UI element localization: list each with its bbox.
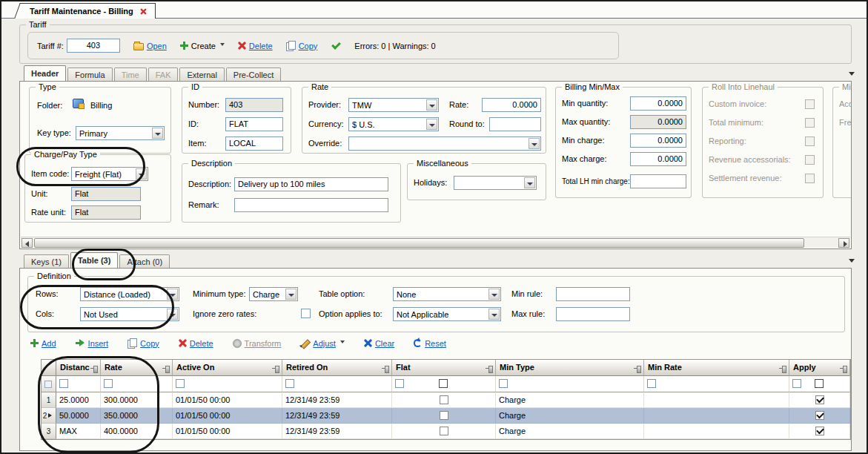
copy-row-button[interactable]: Copy (127, 338, 159, 348)
horizontal-scrollbar[interactable] (21, 237, 850, 248)
cell-rate[interactable]: 350.0000 (101, 408, 173, 424)
total-minimum-checkbox[interactable] (805, 118, 815, 128)
cell-active-on[interactable]: 01/01/50 00:00 (173, 408, 282, 424)
key-type-combo[interactable]: Primary (76, 126, 165, 140)
custom-invoice-checkbox[interactable] (805, 99, 815, 109)
cell-rate[interactable]: 300.0000 (101, 392, 173, 408)
cell-min-type[interactable]: Charge (496, 424, 644, 439)
pin-icon[interactable] (486, 366, 493, 372)
cell-distance[interactable]: 50.0000 (56, 408, 101, 424)
pin-icon[interactable] (90, 366, 98, 372)
tab-keys[interactable]: Keys (1) (24, 254, 69, 268)
filter-box[interactable] (59, 379, 68, 388)
adjust-button[interactable]: Adjust (300, 338, 345, 348)
column-header-retired-on[interactable]: Retired On (282, 360, 392, 376)
copy-button[interactable]: Copy (286, 41, 318, 50)
remark-field[interactable] (234, 198, 388, 212)
filter-cell-rate[interactable] (101, 376, 173, 392)
cell-min-rate[interactable] (644, 424, 789, 439)
cell-flat[interactable] (392, 424, 496, 439)
filter-checkbox[interactable] (439, 379, 448, 388)
flat-checkbox[interactable] (440, 427, 448, 435)
rate-field[interactable]: 0.0000 (482, 98, 541, 112)
grid-corner-cell[interactable] (42, 360, 56, 376)
table-row-3[interactable]: 3 MAX 400.0000 01/01/50 00:00 12/31/49 2… (42, 424, 850, 439)
cols-combo[interactable]: Not Used (80, 307, 179, 321)
filter-checkbox[interactable] (815, 379, 824, 388)
rows-combo[interactable]: Distance (Loaded) (80, 287, 179, 301)
holidays-combo[interactable] (454, 176, 537, 190)
chevron-down-icon[interactable] (167, 289, 178, 300)
clear-button[interactable]: Clear (364, 339, 394, 348)
close-icon[interactable] (140, 8, 146, 14)
option-applies-to-combo[interactable]: Not Applicable (393, 307, 501, 321)
create-button[interactable]: Create (180, 42, 225, 50)
tab-formula[interactable]: Formula (67, 68, 112, 81)
column-header-min-type[interactable]: Min Type (496, 360, 644, 376)
pin-icon[interactable] (272, 366, 279, 372)
filter-cell-flat[interactable] (392, 376, 496, 392)
chevron-down-icon[interactable] (426, 119, 437, 130)
cell-flat[interactable] (392, 408, 496, 424)
filter-box[interactable] (104, 379, 113, 388)
filter-box[interactable] (499, 379, 508, 388)
max-charge-field[interactable]: 0.0000 (630, 152, 686, 166)
max-rule-field[interactable] (556, 307, 630, 321)
item-code-combo[interactable]: Freight (Flat) (71, 167, 148, 181)
cell-min-rate[interactable] (644, 392, 789, 408)
scroll-right-button[interactable] (838, 238, 849, 248)
tab-pre-collect[interactable]: Pre-Collect (226, 68, 281, 81)
detail-tab-overflow-button[interactable] (847, 256, 857, 265)
table-option-combo[interactable]: None (393, 287, 501, 301)
tariff-number-input[interactable]: 403 (67, 39, 120, 53)
filter-cell-distance[interactable] (56, 376, 101, 392)
settlement-revenue-checkbox[interactable] (805, 174, 815, 183)
chevron-down-icon[interactable] (426, 99, 437, 111)
table-row-2[interactable]: 2 50.0000 350.0000 01/01/50 00:00 12/31/… (42, 408, 850, 424)
apply-checkbox[interactable] (815, 411, 824, 420)
cell-apply[interactable] (789, 408, 850, 424)
document-tab-tariff-maintenance[interactable]: Tariff Maintenance - Billing (21, 3, 156, 19)
cell-retired-on[interactable]: 12/31/49 23:59 (282, 424, 392, 439)
min-rule-field[interactable] (556, 287, 630, 301)
reset-button[interactable]: Reset (414, 339, 446, 348)
table-row-1[interactable]: 1 25.0000 300.0000 01/01/50 00:00 12/31/… (42, 392, 850, 408)
ignore-zero-rates-checkbox[interactable] (301, 309, 311, 318)
tab-external[interactable]: External (179, 68, 224, 81)
id-field[interactable]: FLAT (225, 117, 283, 131)
tab-table[interactable]: Table (3) (70, 252, 118, 268)
row-selector[interactable]: 2 (42, 408, 56, 424)
pin-icon[interactable] (162, 366, 170, 372)
cell-min-type[interactable]: Charge (496, 392, 644, 408)
minimum-type-combo[interactable]: Charge (249, 287, 298, 301)
filter-cell-retired-on[interactable] (282, 376, 392, 392)
chevron-down-icon[interactable] (167, 309, 178, 320)
reporting-checkbox[interactable] (805, 136, 815, 146)
column-header-min-rate[interactable]: Min Rate (644, 360, 789, 376)
override-combo[interactable] (348, 136, 541, 151)
filter-box[interactable] (647, 379, 656, 388)
column-header-distance[interactable]: Distanc (56, 360, 101, 376)
delete-button[interactable]: Delete (238, 42, 273, 50)
cell-min-type[interactable]: Charge (496, 408, 644, 424)
filter-box[interactable] (792, 379, 801, 388)
filter-cell-min-rate[interactable] (644, 376, 789, 392)
chevron-down-icon[interactable] (136, 168, 147, 180)
cell-retired-on[interactable]: 12/31/49 23:59 (282, 392, 392, 408)
filter-box[interactable] (285, 379, 294, 388)
column-header-flat[interactable]: Flat (392, 360, 496, 376)
pin-icon[interactable] (382, 366, 389, 372)
chevron-down-icon[interactable] (524, 177, 535, 188)
cell-retired-on[interactable]: 12/31/49 23:59 (282, 408, 392, 424)
chevron-down-icon[interactable] (488, 309, 500, 320)
cell-distance[interactable]: MAX (56, 424, 101, 439)
flat-checkbox[interactable] (440, 411, 448, 420)
min-charge-field[interactable]: 0.0000 (630, 134, 686, 148)
cell-min-rate[interactable] (644, 408, 789, 424)
tab-fak[interactable]: FAK (148, 68, 179, 81)
add-button[interactable]: Add (30, 339, 56, 348)
filter-row-header-cell[interactable] (42, 376, 56, 392)
apply-checkbox[interactable] (815, 395, 824, 404)
filter-box[interactable] (176, 379, 185, 388)
cell-flat[interactable] (392, 392, 496, 408)
